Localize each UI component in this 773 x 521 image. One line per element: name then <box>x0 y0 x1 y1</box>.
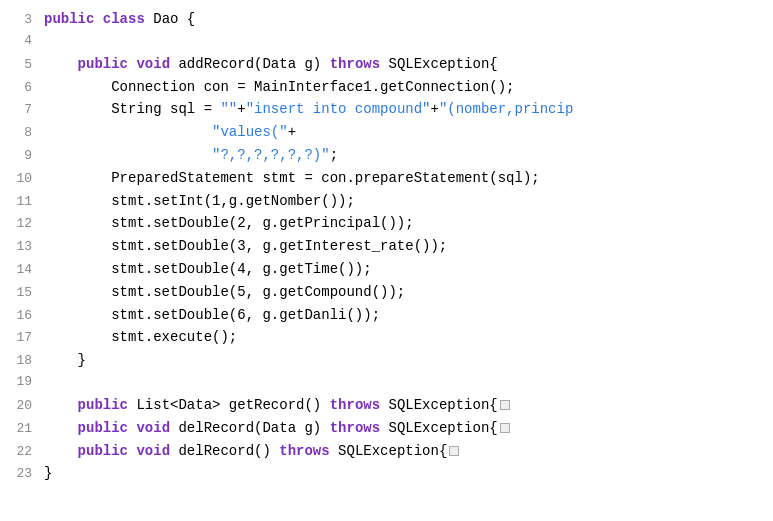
token-plain: stmt.setInt(1,g.getNomber()); <box>44 193 355 209</box>
token-plain: stmt.setDouble(4, g.getTime()); <box>44 261 372 277</box>
token-plain: + <box>431 101 439 117</box>
code-content: String sql = ""+"insert into compound"+"… <box>44 98 769 120</box>
code-line: 4 <box>0 31 773 53</box>
token-kw: throws <box>330 397 380 413</box>
token-kw: void <box>136 420 170 436</box>
token-plain <box>44 420 78 436</box>
token-kw: throws <box>330 420 380 436</box>
token-str: "values(" <box>212 124 288 140</box>
code-content: stmt.setDouble(2, g.getPrincipal()); <box>44 212 769 234</box>
line-number: 6 <box>4 78 32 99</box>
code-content: stmt.setDouble(6, g.getDanli()); <box>44 304 769 326</box>
line-number: 8 <box>4 123 32 144</box>
code-content: public List<Data> getRecord() throws SQL… <box>44 394 769 416</box>
code-content: public class Dao { <box>44 8 769 30</box>
line-number: 9 <box>4 146 32 167</box>
token-plain: List<Data> getRecord() <box>128 397 330 413</box>
token-str: "" <box>220 101 237 117</box>
code-content: PreparedStatement stmt = con.prepareStat… <box>44 167 769 189</box>
code-content: "?,?,?,?,?,?)"; <box>44 144 769 166</box>
collapsed-icon[interactable] <box>500 423 510 433</box>
code-content: stmt.setDouble(3, g.getInterest_rate()); <box>44 235 769 257</box>
token-plain: } <box>44 352 86 368</box>
line-number: 7 <box>4 100 32 121</box>
line-number: 17 <box>4 328 32 349</box>
token-plain: stmt.setDouble(3, g.getInterest_rate()); <box>44 238 447 254</box>
code-content: public void addRecord(Data g) throws SQL… <box>44 53 769 75</box>
code-content: "values("+ <box>44 121 769 143</box>
code-content: stmt.setDouble(4, g.getTime()); <box>44 258 769 280</box>
token-plain: SQLException{ <box>380 420 498 436</box>
token-plain: stmt.setDouble(5, g.getCompound()); <box>44 284 405 300</box>
code-content: stmt.setDouble(5, g.getCompound()); <box>44 281 769 303</box>
code-line: 18 } <box>0 349 773 372</box>
line-number: 3 <box>4 10 32 31</box>
code-line: 12 stmt.setDouble(2, g.getPrincipal()); <box>0 212 773 235</box>
token-plain: delRecord() <box>170 443 279 459</box>
line-number: 4 <box>4 31 32 52</box>
token-str: "?,?,?,?,?,?)" <box>212 147 330 163</box>
code-line: 19 <box>0 372 773 394</box>
code-line: 11 stmt.setInt(1,g.getNomber()); <box>0 190 773 213</box>
line-number: 19 <box>4 372 32 393</box>
code-line: 7 String sql = ""+"insert into compound"… <box>0 98 773 121</box>
token-plain: Connection con = MainInterface1.getConne… <box>44 79 514 95</box>
token-str: "insert into compound" <box>246 101 431 117</box>
token-str: "(nomber,princip <box>439 101 573 117</box>
code-line: 22 public void delRecord() throws SQLExc… <box>0 440 773 463</box>
code-line: 8 "values("+ <box>0 121 773 144</box>
token-plain: + <box>288 124 296 140</box>
code-line: 13 stmt.setDouble(3, g.getInterest_rate(… <box>0 235 773 258</box>
code-line: 9 "?,?,?,?,?,?)"; <box>0 144 773 167</box>
code-line: 21 public void delRecord(Data g) throws … <box>0 417 773 440</box>
token-plain <box>44 443 78 459</box>
line-number: 5 <box>4 55 32 76</box>
token-plain: String sql = <box>44 101 220 117</box>
code-line: 14 stmt.setDouble(4, g.getTime()); <box>0 258 773 281</box>
collapsed-icon[interactable] <box>449 446 459 456</box>
line-number: 14 <box>4 260 32 281</box>
code-line: 16 stmt.setDouble(6, g.getDanli()); <box>0 304 773 327</box>
token-plain <box>44 397 78 413</box>
token-plain: + <box>237 101 245 117</box>
token-plain: stmt.setDouble(2, g.getPrincipal()); <box>44 215 414 231</box>
line-number: 12 <box>4 214 32 235</box>
line-number: 11 <box>4 192 32 213</box>
token-kw: void <box>136 56 170 72</box>
line-number: 16 <box>4 306 32 327</box>
token-kw: public <box>44 56 136 72</box>
token-plain: } <box>44 465 52 481</box>
code-content: public void delRecord() throws SQLExcept… <box>44 440 769 462</box>
token-kw: public class <box>44 11 145 27</box>
line-number: 15 <box>4 283 32 304</box>
token-plain: PreparedStatement stmt = con.prepareStat… <box>44 170 540 186</box>
token-kw: throws <box>279 443 329 459</box>
line-number: 18 <box>4 351 32 372</box>
code-line: 3public class Dao { <box>0 8 773 31</box>
code-content: stmt.execute(); <box>44 326 769 348</box>
code-line: 17 stmt.execute(); <box>0 326 773 349</box>
code-line: 10 PreparedStatement stmt = con.prepareS… <box>0 167 773 190</box>
token-kw: throws <box>330 56 380 72</box>
code-content: } <box>44 349 769 371</box>
line-number: 21 <box>4 419 32 440</box>
token-kw: void <box>136 443 170 459</box>
token-kw: public <box>78 420 128 436</box>
token-plain: ; <box>330 147 338 163</box>
line-number: 13 <box>4 237 32 258</box>
code-content: } <box>44 462 769 484</box>
collapsed-icon[interactable] <box>500 400 510 410</box>
code-line: 5 public void addRecord(Data g) throws S… <box>0 53 773 76</box>
token-plain: Dao { <box>145 11 195 27</box>
line-number: 22 <box>4 442 32 463</box>
code-editor: 3public class Dao {45 public void addRec… <box>0 0 773 521</box>
token-plain: SQLException{ <box>330 443 448 459</box>
token-plain: stmt.execute(); <box>44 329 237 345</box>
code-line: 15 stmt.setDouble(5, g.getCompound()); <box>0 281 773 304</box>
code-line: 23} <box>0 462 773 485</box>
token-plain: stmt.setDouble(6, g.getDanli()); <box>44 307 380 323</box>
code-line: 6 Connection con = MainInterface1.getCon… <box>0 76 773 99</box>
code-content: Connection con = MainInterface1.getConne… <box>44 76 769 98</box>
line-number: 10 <box>4 169 32 190</box>
token-kw: public <box>78 397 128 413</box>
